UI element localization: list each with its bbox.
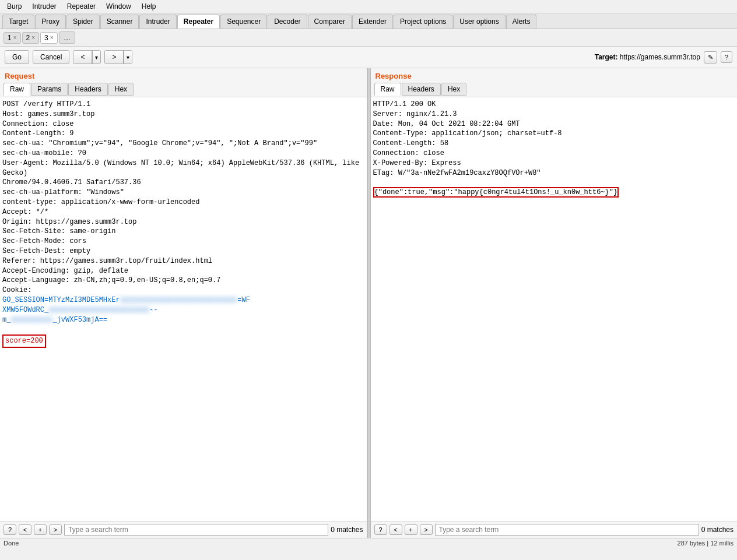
tab-user-options[interactable]: User options — [453, 15, 505, 29]
tab-repeater[interactable]: Repeater — [177, 15, 220, 29]
request-search-help[interactable]: ? — [3, 524, 16, 535]
request-panel: Request Raw Params Headers Hex POST /ver… — [0, 68, 367, 538]
tab-alerts[interactable]: Alerts — [506, 15, 537, 29]
response-search-next[interactable]: > — [420, 524, 433, 535]
response-search-help[interactable]: ? — [374, 524, 387, 535]
response-search-input[interactable] — [435, 524, 699, 536]
tab-decoder[interactable]: Decoder — [268, 15, 307, 29]
forward-button[interactable]: > — [105, 51, 124, 64]
repeater-tab-2-close[interactable]: × — [31, 34, 35, 41]
tab-intruder[interactable]: Intruder — [139, 15, 176, 29]
repeater-tab-add[interactable]: ... — [59, 31, 76, 44]
menu-help[interactable]: Help — [137, 1, 161, 12]
response-search-matches: 0 matches — [701, 526, 734, 534]
response-search-bar: ? < + > 0 matches — [371, 521, 738, 538]
response-tab-hex[interactable]: Hex — [441, 83, 466, 96]
tab-scanner[interactable]: Scanner — [100, 15, 139, 29]
main-content: Request Raw Params Headers Hex POST /ver… — [0, 68, 737, 538]
response-tab-headers[interactable]: Headers — [402, 83, 441, 96]
request-search-bar: ? < + > 0 matches — [0, 521, 367, 538]
tab-target[interactable]: Target — [2, 15, 34, 29]
toolbar: Go Cancel < ▾ > ▾ Target: https://games.… — [0, 47, 737, 68]
menu-burp[interactable]: Burp — [2, 1, 26, 12]
repeater-tab-bar: 1 × 2 × 3 × ... — [0, 29, 737, 47]
menu-bar: Burp Intruder Repeater Window Help — [0, 0, 737, 13]
back-dropdown[interactable]: ▾ — [92, 51, 100, 64]
response-search-add[interactable]: + — [405, 524, 417, 535]
go-button[interactable]: Go — [5, 50, 29, 64]
repeater-tab-3-close[interactable]: × — [50, 34, 54, 41]
tab-sequencer[interactable]: Sequencer — [220, 15, 267, 29]
response-tabs: Raw Headers Hex — [371, 82, 738, 97]
tab-proxy[interactable]: Proxy — [35, 15, 66, 29]
tab-extender[interactable]: Extender — [352, 15, 393, 29]
forward-dropdown[interactable]: ▾ — [124, 51, 132, 64]
response-json-highlight: {"done":true,"msg":"happy{c0ngr4tul4t1On… — [373, 187, 619, 198]
request-search-input[interactable] — [64, 524, 328, 536]
forward-group: > ▾ — [104, 50, 132, 64]
menu-repeater[interactable]: Repeater — [62, 1, 100, 12]
request-search-prev[interactable]: < — [19, 524, 31, 535]
response-panel: Response Raw Headers Hex HTTP/1.1 200 OK… — [371, 68, 738, 538]
cookie-redacted-1: xxxxxxxxxxxxxxxxxxxxxxxxxxxx — [120, 296, 238, 304]
cookie-redacted-2: xxxxxxxxxxxxxxxxxxxxxxxx — [48, 306, 149, 314]
back-group: < ▾ — [73, 50, 101, 64]
status-bar: Done 287 bytes | 12 millis — [0, 538, 737, 548]
request-title: Request — [0, 68, 367, 82]
target-edit-button[interactable]: ✎ — [704, 51, 717, 64]
target-label: Target: https://games.summ3r.top — [595, 53, 700, 61]
tab-spider[interactable]: Spider — [66, 15, 100, 29]
target-help-button[interactable]: ? — [721, 51, 732, 63]
back-button[interactable]: < — [73, 51, 92, 64]
tab-project-options[interactable]: Project options — [394, 15, 452, 29]
target-url: https://games.summ3r.top — [620, 53, 700, 61]
repeater-tab-3-label: 3 — [44, 34, 48, 42]
main-tab-bar: Target Proxy Spider Scanner Intruder Rep… — [0, 13, 737, 29]
cancel-button[interactable]: Cancel — [33, 50, 69, 64]
request-tab-raw[interactable]: Raw — [3, 83, 30, 96]
repeater-tab-1-close[interactable]: × — [13, 34, 17, 41]
request-tab-headers[interactable]: Headers — [68, 83, 107, 96]
request-tab-params[interactable]: Params — [31, 83, 68, 96]
response-body[interactable]: HTTP/1.1 200 OK Server: nginx/1.21.3 Dat… — [371, 97, 738, 521]
menu-intruder[interactable]: Intruder — [27, 1, 61, 12]
response-tab-raw[interactable]: Raw — [374, 83, 401, 96]
request-body[interactable]: POST /verify HTTP/1.1 Host: games.summ3r… — [0, 97, 367, 521]
request-search-add[interactable]: + — [34, 524, 47, 535]
menu-window[interactable]: Window — [101, 1, 136, 12]
response-title: Response — [371, 68, 738, 82]
repeater-tab-1[interactable]: 1 × — [3, 32, 21, 44]
repeater-tab-2[interactable]: 2 × — [22, 32, 40, 44]
byte-info: 287 bytes | 12 millis — [678, 540, 734, 547]
cookie-redacted-3: xxxxxxxxxx — [10, 316, 52, 324]
repeater-tab-2-label: 2 — [26, 34, 30, 42]
request-tab-hex[interactable]: Hex — [108, 83, 134, 96]
repeater-tab-3[interactable]: 3 × — [40, 32, 58, 44]
cookie-go-session: GO_SESSION=MTYzMzI3MDE5MHxErxxxxxxxxxxxx… — [2, 296, 250, 324]
repeater-tab-1-label: 1 — [8, 34, 12, 42]
request-tabs: Raw Params Headers Hex — [0, 82, 367, 97]
score-highlight: score=200 — [2, 334, 46, 348]
request-search-matches: 0 matches — [331, 526, 363, 534]
status-text: Done — [3, 540, 19, 547]
response-search-prev[interactable]: < — [389, 524, 402, 535]
tab-comparer[interactable]: Comparer — [308, 15, 352, 29]
request-search-next[interactable]: > — [49, 524, 62, 535]
